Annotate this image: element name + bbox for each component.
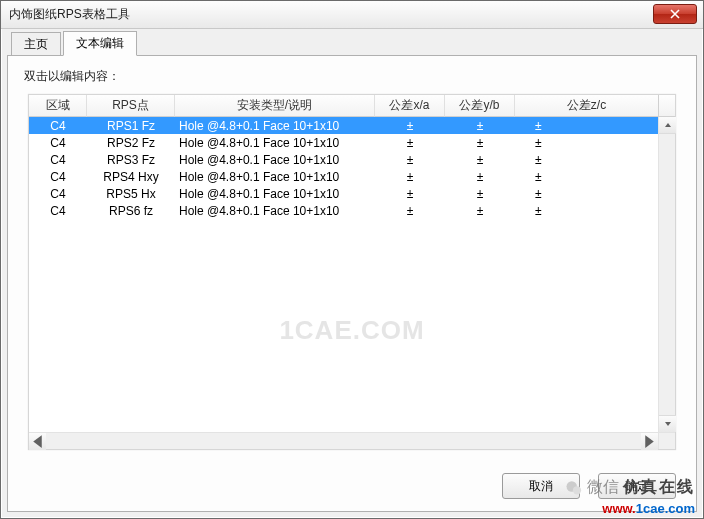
cell-region: C4	[29, 153, 87, 167]
close-icon	[670, 9, 680, 19]
table-row[interactable]: C4RPS2 FzHole @4.8+0.1 Face 10+1x10±±±	[29, 134, 675, 151]
cell-yb: ±	[445, 187, 515, 201]
cell-yb: ±	[445, 136, 515, 150]
scroll-down-button[interactable]	[659, 415, 676, 432]
cell-zc: ±	[515, 187, 675, 201]
cell-rps: RPS1 Fz	[87, 119, 175, 133]
tab-textedit[interactable]: 文本编辑	[63, 31, 137, 56]
cell-rps: RPS5 Hx	[87, 187, 175, 201]
window-title: 内饰图纸RPS表格工具	[9, 6, 130, 23]
cell-yb: ±	[445, 119, 515, 133]
cell-zc: ±	[515, 153, 675, 167]
cell-region: C4	[29, 136, 87, 150]
tabstrip: 主页 文本编辑	[7, 33, 697, 56]
cell-zc: ±	[515, 204, 675, 218]
cell-yb: ±	[445, 170, 515, 184]
table-row[interactable]: C4RPS5 HxHole @4.8+0.1 Face 10+1x10±±±	[29, 185, 675, 202]
scroll-corner-bottom	[658, 432, 675, 449]
cell-type: Hole @4.8+0.1 Face 10+1x10	[175, 119, 375, 133]
col-header-yb[interactable]: 公差y/b	[445, 95, 515, 117]
tab-main[interactable]: 主页	[11, 32, 61, 57]
tab-panel: 双击以编辑内容： 区域 RPS点 安装类型/说明 公差x/a 公差y/b 公差z…	[7, 55, 697, 512]
cell-type: Hole @4.8+0.1 Face 10+1x10	[175, 170, 375, 184]
cell-xa: ±	[375, 170, 445, 184]
cancel-button[interactable]: 取消	[502, 473, 580, 499]
cell-region: C4	[29, 204, 87, 218]
table-row[interactable]: C4RPS1 FzHole @4.8+0.1 Face 10+1x10±±±	[29, 117, 675, 134]
cell-xa: ±	[375, 136, 445, 150]
cell-zc: ±	[515, 136, 675, 150]
table-row[interactable]: C4RPS6 fzHole @4.8+0.1 Face 10+1x10±±±	[29, 202, 675, 219]
cell-type: Hole @4.8+0.1 Face 10+1x10	[175, 136, 375, 150]
cell-xa: ±	[375, 204, 445, 218]
col-header-type[interactable]: 安装类型/说明	[175, 95, 375, 117]
data-table: 区域 RPS点 安装类型/说明 公差x/a 公差y/b 公差z/c C4RPS1…	[28, 94, 676, 450]
button-row: 取消 确定	[502, 473, 676, 499]
scroll-right-button[interactable]	[641, 433, 658, 450]
cell-yb: ±	[445, 153, 515, 167]
vertical-scrollbar[interactable]	[658, 117, 675, 432]
footer-url: www.1cae.com	[602, 501, 695, 516]
cell-zc: ±	[515, 119, 675, 133]
cell-rps: RPS6 fz	[87, 204, 175, 218]
cell-rps: RPS4 Hxy	[87, 170, 175, 184]
cell-type: Hole @4.8+0.1 Face 10+1x10	[175, 153, 375, 167]
ok-button[interactable]: 确定	[598, 473, 676, 499]
table-row[interactable]: C4RPS4 HxyHole @4.8+0.1 Face 10+1x10±±±	[29, 168, 675, 185]
close-button[interactable]	[653, 4, 697, 24]
col-header-zc[interactable]: 公差z/c	[515, 95, 658, 117]
cell-zc: ±	[515, 170, 675, 184]
cell-region: C4	[29, 187, 87, 201]
scroll-left-button[interactable]	[29, 433, 46, 450]
cell-xa: ±	[375, 187, 445, 201]
cancel-button-label: 取消	[529, 478, 553, 495]
cell-xa: ±	[375, 153, 445, 167]
cell-rps: RPS3 Fz	[87, 153, 175, 167]
titlebar: 内饰图纸RPS表格工具	[1, 1, 703, 29]
col-header-xa[interactable]: 公差x/a	[375, 95, 445, 117]
scroll-corner-top	[658, 95, 675, 117]
scroll-up-button[interactable]	[659, 117, 676, 134]
table-header: 区域 RPS点 安装类型/说明 公差x/a 公差y/b 公差z/c	[29, 95, 675, 117]
cell-region: C4	[29, 170, 87, 184]
cell-type: Hole @4.8+0.1 Face 10+1x10	[175, 187, 375, 201]
table-body: C4RPS1 FzHole @4.8+0.1 Face 10+1x10±±±C4…	[29, 117, 675, 432]
cell-rps: RPS2 Fz	[87, 136, 175, 150]
footer-url-domain: 1cae.com	[636, 501, 695, 516]
instruction-text: 双击以编辑内容：	[24, 68, 680, 85]
content-area: 主页 文本编辑 双击以编辑内容： 区域 RPS点 安装类型/说明 公差x/a 公…	[7, 33, 697, 512]
tab-textedit-label: 文本编辑	[76, 36, 124, 50]
cell-xa: ±	[375, 119, 445, 133]
ok-button-label: 确定	[625, 478, 649, 495]
footer-url-prefix: www.	[602, 501, 635, 516]
col-header-rps[interactable]: RPS点	[87, 95, 175, 117]
dialog-window: 内饰图纸RPS表格工具 主页 文本编辑 双击以编辑内容： 区域 RPS点 安装类…	[0, 0, 704, 519]
col-header-region[interactable]: 区域	[29, 95, 87, 117]
cell-region: C4	[29, 119, 87, 133]
cell-yb: ±	[445, 204, 515, 218]
cell-type: Hole @4.8+0.1 Face 10+1x10	[175, 204, 375, 218]
horizontal-scrollbar[interactable]	[29, 432, 658, 449]
tab-main-label: 主页	[24, 37, 48, 51]
table-row[interactable]: C4RPS3 FzHole @4.8+0.1 Face 10+1x10±±±	[29, 151, 675, 168]
